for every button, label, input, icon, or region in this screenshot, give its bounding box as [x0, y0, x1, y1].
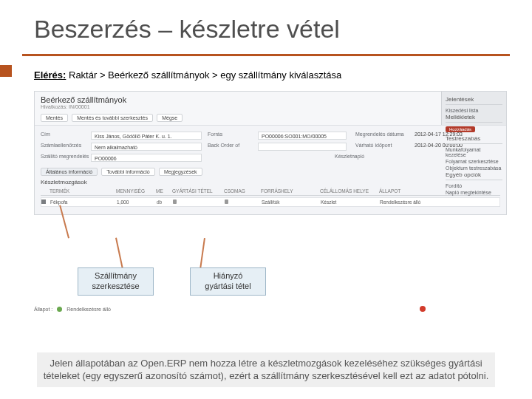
szallito-field[interactable]: PO00006: [91, 154, 202, 162]
szamla-label: Számlaellenőrzés: [41, 143, 91, 151]
backorder-field[interactable]: [258, 143, 347, 151]
path-label: Elérés:: [34, 69, 66, 81]
szallito-label: Szállító megrendelés: [41, 154, 91, 162]
col-csomag: CSOMAG: [224, 188, 261, 194]
cell-mennyiseg: 1,000: [117, 200, 157, 205]
stop-icon[interactable]: [420, 306, 426, 312]
cell-forras: Szállítók: [262, 200, 321, 205]
erp-subtabs: Általános információ További információ …: [41, 168, 500, 176]
forras-field[interactable]: PO00006:SO001:MO/00005: [258, 132, 347, 140]
tab-more[interactable]: További információ: [101, 168, 154, 176]
callout-missing-l2: gyártási tétel: [197, 282, 259, 292]
col-gyartasi: GYÁRTÁSI TÉTEL: [172, 188, 224, 194]
callout-edit: Szállítmány szerkesztése: [78, 267, 154, 296]
sidebar-other-0[interactable]: Fordító: [446, 183, 502, 189]
callout-edit-l2: szerkesztése: [84, 282, 147, 292]
tab-notes[interactable]: Megjegyzések: [159, 168, 202, 176]
sidebar-head-customize: Testreszabás: [446, 135, 502, 144]
breadcrumb: Elérés: Raktár > Beérkező szállítmányok …: [22, 69, 510, 81]
save-button[interactable]: Mentés: [41, 114, 68, 122]
forras-label: Forrás: [208, 132, 258, 140]
lock-icon: [173, 200, 177, 204]
backorder-label: Back Order of: [208, 143, 258, 151]
title-underline: [22, 54, 510, 56]
callout-edit-l1: Szállítmány: [84, 271, 147, 282]
status-dot-icon: [57, 307, 62, 312]
erp-ref: Hivatkozás: IN/00001: [41, 104, 500, 109]
callout-missing-l1: Hiányzó: [197, 271, 259, 282]
status-value: Rendelkezésre álló: [66, 307, 111, 312]
lock-icon: [225, 200, 228, 204]
sidebar-custom-0[interactable]: Munkafolyamat kezelése: [446, 146, 502, 158]
keszletnaplo-label: Készletnapló: [335, 154, 394, 162]
cim-field[interactable]: Kiss János, Gödöllő Páter K. u. 1.: [91, 132, 202, 140]
grid-header: TERMÉK MENNYISÉG ME GYÁRTÁSI TÉTEL CSOMA…: [41, 187, 500, 196]
erp-sidebar: Jelentések Kiszedési lista Mellékletek H…: [441, 92, 506, 125]
datum-label: Megrendelés dátuma: [355, 132, 415, 140]
col-termek: TERMÉK: [50, 188, 116, 194]
accent-square: [0, 65, 12, 77]
sidebar-add-button[interactable]: Hozzáadás: [446, 126, 475, 132]
cell-me: db: [157, 200, 173, 205]
callout-missing: Hiányzó gyártási tétel: [190, 267, 266, 296]
col-mennyiseg: MENNYISÉG: [116, 188, 156, 194]
sidebar-head-attach: Mellékletek: [446, 114, 502, 123]
status-label: Állapot :: [34, 307, 52, 312]
connector-line: [200, 238, 205, 269]
slide-footer: Jelen állapotában az Open.ERP nem hozza …: [37, 352, 495, 387]
erp-header: Beérkező szállítmányok Hivatkozás: IN/00…: [35, 92, 506, 126]
section-title: Készletmozgások: [41, 179, 500, 185]
slide-title: Beszerzés – készletre vétel: [22, 7, 510, 54]
erp-body: Cím Kiss János, Gödöllő Páter K. u. 1. F…: [35, 126, 506, 214]
erp-window: Beérkező szállítmányok Hivatkozás: IN/00…: [34, 91, 507, 215]
sidebar-other-1[interactable]: Napló megtekintése: [446, 189, 502, 196]
erp-window-title: Beérkező szállítmányok: [41, 95, 500, 104]
tab-general[interactable]: Általános információ: [41, 168, 98, 176]
cell-allapot: Rendelkezésre álló: [380, 200, 433, 205]
save-edit-button[interactable]: Mentés és további szerkesztés: [72, 114, 153, 122]
cell-cel: Készlet: [321, 200, 380, 205]
sidebar-custom-2[interactable]: Objektum testreszabása: [446, 165, 502, 171]
cell-termek: Fékpofa: [50, 200, 117, 205]
cim-label: Cím: [41, 132, 91, 140]
connector-line: [115, 238, 123, 270]
col-forras: FORRÁSHELY: [261, 188, 320, 194]
erp-toolbar: Mentés Mentés és további szerkesztés Még…: [41, 114, 500, 122]
cancel-button[interactable]: Mégse: [157, 114, 183, 122]
col-cel: CÉLÁLLOMÁS HELYE: [320, 188, 379, 194]
path-text: Raktár > Beérkező szállítmányok > egy sz…: [69, 69, 341, 81]
szamla-field[interactable]: Nem alkalmazható: [91, 143, 202, 151]
pencil-icon[interactable]: [41, 200, 46, 204]
sidebar-report-item[interactable]: Kiszedési lista: [446, 107, 502, 114]
col-allapot: ÁLLAPOT: [379, 188, 432, 194]
grid-row[interactable]: Fékpofa 1,000 db Szállítók Készlet Rende…: [41, 197, 500, 207]
col-me: ME: [156, 188, 172, 194]
sidebar-custom-1[interactable]: Folyamat szerkesztése: [446, 158, 502, 165]
varhato-label: Várható időpont: [355, 143, 415, 151]
sidebar-head-reports: Jelentések: [446, 96, 502, 105]
sidebar-head-other: Egyéb opciók: [446, 171, 502, 180]
